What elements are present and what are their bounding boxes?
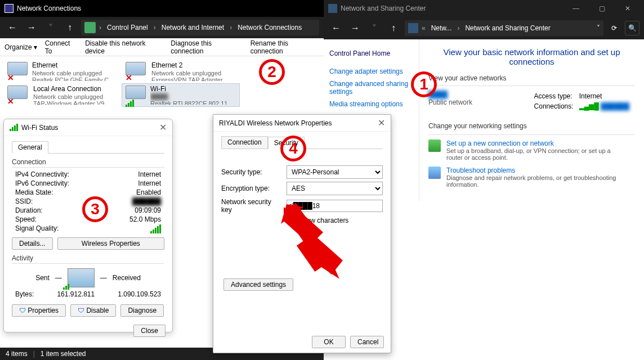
tab-general[interactable]: General xyxy=(12,141,48,154)
breadcrumb-control-panel[interactable]: Control Panel xyxy=(105,24,150,32)
disable-device-button[interactable]: Disable this network device xyxy=(85,39,163,55)
signal-bars-icon xyxy=(10,124,18,131)
connection-lac[interactable]: ✕ Local Area Connection Network cable un… xyxy=(3,83,122,107)
dialog-title: RIYALDI Wireless Network Properties xyxy=(219,119,332,127)
nav-up-icon[interactable]: ↑ xyxy=(62,20,78,35)
cancel-button[interactable]: Cancel xyxy=(350,336,384,348)
encryption-type-select[interactable]: AES xyxy=(287,182,383,195)
media-label: Media State: xyxy=(15,188,53,196)
wireless-properties-button[interactable]: Wireless Properties xyxy=(57,237,164,250)
rename-button[interactable]: Rename this connection xyxy=(251,39,319,55)
nav-recent-icon[interactable]: ˅ xyxy=(366,20,382,36)
connection-ethernet-2[interactable]: ✕ Ethernet 2 Network cable unplugged Exp… xyxy=(122,60,240,83)
diagnose-button[interactable]: Diagnose xyxy=(120,304,164,317)
breadcrumb-network[interactable]: Netw... xyxy=(429,24,454,32)
setup-connection-link[interactable]: Set up a new connection or network xyxy=(446,140,554,147)
nav-back-icon[interactable]: ← xyxy=(5,20,20,35)
breadcrumb-network-connections[interactable]: Network Connections xyxy=(235,24,304,32)
x-icon: ✕ xyxy=(7,97,14,106)
ssid-label: SSID: xyxy=(15,197,33,205)
change-settings-heading: Change your networking settings xyxy=(428,122,635,130)
connection-status: Network cable unplugged xyxy=(151,70,223,77)
nav-forward-icon[interactable]: → xyxy=(24,20,39,35)
organize-button[interactable]: Organize ▾ xyxy=(5,43,37,51)
media-value: Enabled xyxy=(136,188,161,196)
tab-strip: Connection Security xyxy=(221,136,383,149)
connection-ethernet[interactable]: ✕ Ethernet Network cable unplugged Realt… xyxy=(3,60,122,83)
setup-connection-desc: Set up a broadband, dial-up, or VPN conn… xyxy=(446,147,627,161)
duration-label: Duration: xyxy=(15,206,43,214)
connection-name: Ethernet xyxy=(32,62,118,70)
change-adapter-link[interactable]: Change adapter settings xyxy=(329,65,413,78)
breadcrumb-network-internet[interactable]: Network and Internet xyxy=(159,24,226,32)
nav-recent-icon[interactable]: ˅ xyxy=(43,20,59,35)
search-icon[interactable]: 🔍 xyxy=(625,21,639,35)
connect-to-button[interactable]: Connect To xyxy=(45,39,77,55)
setup-connection-icon xyxy=(428,140,441,152)
troubleshoot-link[interactable]: Troubleshoot problems xyxy=(446,166,515,174)
network-key-input[interactable] xyxy=(287,200,383,212)
window-title: Network and Sharing Center xyxy=(341,4,426,12)
ipv6-label: IPv6 Connectivity: xyxy=(15,179,69,187)
close-icon[interactable]: ✕ xyxy=(159,122,167,133)
title-bar: Network Connections xyxy=(0,0,324,17)
breadcrumb-sharing-center[interactable]: Network and Sharing Center xyxy=(463,24,552,32)
ok-button[interactable]: OK xyxy=(312,336,346,348)
connection-name: Wi-Fi xyxy=(150,86,236,93)
nav-up-icon[interactable]: ↑ xyxy=(386,20,401,36)
signal-bars-icon: ▂▄▆█ xyxy=(579,102,599,110)
tab-security[interactable]: Security xyxy=(268,137,305,149)
ipv4-value: Internet xyxy=(138,170,161,178)
minimize-button[interactable]: — xyxy=(564,1,588,16)
title-bar: Network and Sharing Center — ▢ ✕ xyxy=(324,0,644,17)
address-bar[interactable]: › Control Panel › Network and Internet ›… xyxy=(81,20,319,35)
refresh-icon[interactable]: ⟳ xyxy=(607,21,621,35)
media-streaming-link[interactable]: Media streaming options xyxy=(329,98,413,110)
address-bar[interactable]: « Netw... › Network and Sharing Center ˅ xyxy=(405,20,603,36)
chevron-down-icon[interactable]: ˅ xyxy=(597,24,600,32)
duration-value: 09:09:09 xyxy=(135,206,161,214)
advanced-sharing-link[interactable]: Change advanced sharing settings xyxy=(329,78,413,98)
page-heading: View your basic network information and … xyxy=(428,47,635,66)
show-characters-label: Show characters xyxy=(298,217,348,224)
ipv4-label: IPv4 Connectivity: xyxy=(15,170,69,178)
nav-forward-icon[interactable]: → xyxy=(347,20,363,36)
disable-button[interactable]: 🛡 Disable xyxy=(70,304,116,317)
connection-adapter: ExpressVPN TAP Adapter xyxy=(151,76,223,81)
nav-back-icon[interactable]: ← xyxy=(328,20,344,36)
tab-strip: General xyxy=(12,141,164,154)
connection-group-heading: Connection xyxy=(12,158,164,166)
access-type-value: Internet xyxy=(579,92,634,101)
show-characters-checkbox[interactable] xyxy=(289,217,296,224)
details-button[interactable]: Details... xyxy=(12,237,53,250)
connection-link[interactable]: ██████ xyxy=(601,102,629,110)
connection-grid: ✕ Ethernet Network cable unplugged Realt… xyxy=(0,56,324,110)
diagnose-button[interactable]: Diagnose this connection xyxy=(171,39,242,55)
close-button[interactable]: ✕ xyxy=(616,1,639,16)
chevron-down-icon: ▾ xyxy=(34,43,37,51)
received-label: Received xyxy=(113,274,141,282)
tab-connection[interactable]: Connection xyxy=(221,136,268,148)
x-icon: ✕ xyxy=(126,73,132,82)
control-panel-home-link[interactable]: Control Panel Home xyxy=(329,47,413,60)
location-icon xyxy=(84,22,96,33)
security-type-select[interactable]: WPA2-Personal xyxy=(287,165,383,179)
connection-wifi[interactable]: Wi-Fi ████ Realtek RTL8822CE 802.11ac PC… xyxy=(122,83,240,107)
sent-label: Sent xyxy=(35,274,50,282)
security-type-label: Security type: xyxy=(221,168,283,176)
advanced-settings-button[interactable]: Advanced settings xyxy=(223,278,293,291)
x-icon: ✕ xyxy=(7,73,14,82)
speed-value: 52.0 Mbps xyxy=(129,215,161,223)
network-name: ████ xyxy=(428,91,472,98)
connection-adapter: TAP-Windows Adapter V9 xyxy=(33,100,104,105)
close-icon[interactable]: ✕ xyxy=(378,118,385,128)
close-button[interactable]: Close xyxy=(133,325,166,337)
bytes-received: 1.090.109.523 xyxy=(118,290,161,298)
window-title: Network Connections xyxy=(17,4,81,12)
connections-label: Connections: xyxy=(534,102,578,111)
troubleshoot-icon xyxy=(428,166,441,179)
maximize-button[interactable]: ▢ xyxy=(590,1,614,16)
command-toolbar: Organize ▾ Connect To Disable this netwo… xyxy=(0,38,324,56)
speed-label: Speed: xyxy=(15,215,37,223)
properties-button[interactable]: 🛡 Properties xyxy=(12,304,66,317)
